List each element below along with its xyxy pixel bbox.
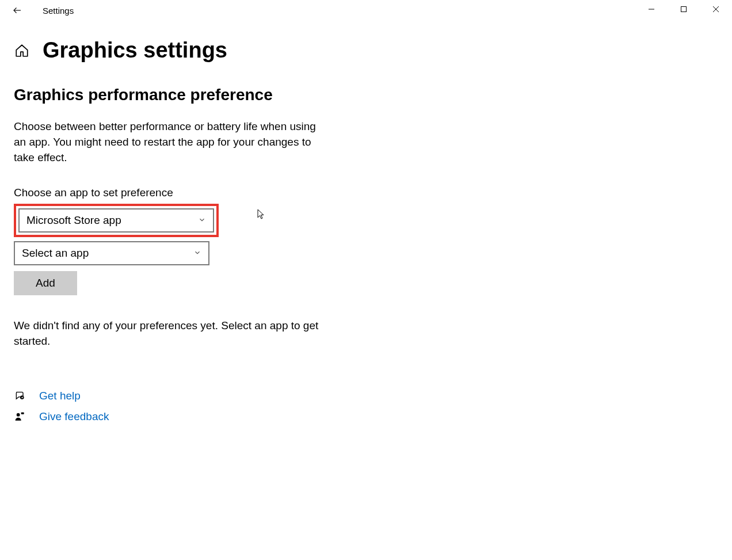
- page-heading-row: Graphics settings: [14, 38, 732, 63]
- app-type-dropdown-value: Microsoft Store app: [26, 214, 121, 227]
- minimize-button[interactable]: [635, 0, 668, 18]
- add-button[interactable]: Add: [14, 271, 77, 295]
- get-help-link[interactable]: Get help: [39, 390, 81, 402]
- svg-rect-2: [681, 7, 687, 12]
- window-title: Settings: [43, 6, 74, 16]
- page-title: Graphics settings: [43, 38, 227, 63]
- feedback-person-icon: [14, 410, 26, 423]
- section-heading: Graphics performance preference: [14, 86, 732, 104]
- back-button[interactable]: [8, 1, 26, 20]
- minimize-icon: [648, 6, 655, 13]
- select-app-dropdown-value: Select an app: [22, 247, 89, 260]
- highlight-annotation: Microsoft Store app: [14, 204, 219, 237]
- window-controls: [635, 0, 732, 18]
- content-area: Graphics settings Graphics performance p…: [0, 21, 732, 423]
- give-feedback-row[interactable]: Give feedback: [14, 410, 732, 423]
- maximize-button[interactable]: [668, 0, 700, 18]
- svg-point-5: [20, 395, 24, 399]
- back-arrow-icon: [12, 5, 22, 16]
- svg-rect-7: [21, 412, 24, 414]
- app-type-label: Choose an app to set preference: [14, 186, 732, 199]
- section-description: Choose between better performance or bat…: [14, 119, 325, 166]
- chevron-down-icon: [198, 214, 206, 227]
- svg-point-6: [17, 413, 20, 417]
- get-help-row[interactable]: Get help: [14, 390, 732, 402]
- close-button[interactable]: [700, 0, 732, 18]
- chat-bubble-icon: [14, 390, 26, 402]
- close-icon: [712, 6, 719, 13]
- titlebar: Settings: [0, 0, 732, 21]
- empty-preferences-message: We didn't find any of your preferences y…: [14, 318, 330, 349]
- app-type-dropdown[interactable]: Microsoft Store app: [18, 208, 214, 233]
- maximize-icon: [680, 6, 687, 13]
- give-feedback-link[interactable]: Give feedback: [39, 410, 109, 423]
- chevron-down-icon: [193, 247, 201, 260]
- select-app-dropdown[interactable]: Select an app: [14, 241, 209, 265]
- home-icon[interactable]: [14, 43, 30, 59]
